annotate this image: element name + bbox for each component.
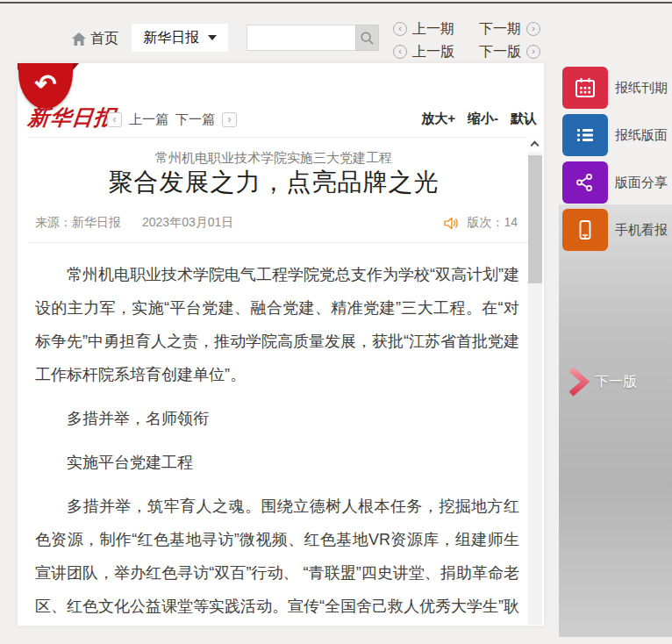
back-button[interactable]: ↶ <box>18 63 73 109</box>
search-button[interactable] <box>355 25 379 51</box>
text-zoom-controls: 放大+ 缩小- 默认 <box>421 111 537 127</box>
zoom-in-button[interactable]: 放大+ <box>421 111 455 127</box>
rail-background <box>559 204 672 637</box>
back-arrow-icon: ↶ <box>34 68 56 99</box>
next-page-label: 下一版 <box>595 373 637 391</box>
next-page-button[interactable]: 下一版 <box>567 367 637 397</box>
home-label: 首页 <box>90 30 118 48</box>
home-icon <box>72 32 86 46</box>
zoom-reset-button[interactable]: 默认 <box>511 111 537 127</box>
article-meta: 来源：新华日报 2023年03月01日 版次：14 <box>35 215 518 231</box>
chevron-up-icon <box>531 141 540 150</box>
article-date: 2023年03月01日 <box>142 215 233 231</box>
read-aloud-button[interactable] <box>443 216 460 231</box>
share-button[interactable] <box>562 161 608 204</box>
speaker-icon <box>443 216 460 231</box>
search-icon <box>360 31 375 46</box>
next-page-link[interactable]: 下一版 <box>479 43 521 61</box>
article-body: 常州机电职业技术学院电气工程学院党总支作为学校“双高计划”建设的主力军，实施“平… <box>35 258 519 626</box>
newspaper-logo: 新华日报 <box>26 104 117 132</box>
next-article-chevron-icon[interactable]: › <box>222 112 237 127</box>
ribbon-fold-left <box>18 63 18 70</box>
prev-issue-link[interactable]: 上一期 <box>412 20 454 39</box>
article-source: 来源：新华日报 <box>35 215 121 231</box>
article-kicker: 常州机电职业技术学院实施三大党建工程 <box>18 150 530 167</box>
prev-page-link[interactable]: 上一版 <box>412 43 454 61</box>
paper-select-dropdown[interactable]: 新华日报 <box>132 24 228 52</box>
sidebar-item-mobile[interactable]: 手机看报 <box>562 209 668 251</box>
meta-divider <box>28 242 535 243</box>
issue-navigation: ‹ 上一期 下一期 › ‹ 上一版 下一版 › <box>393 18 540 63</box>
article-title: 聚合发展之力，点亮品牌之光 <box>18 166 530 199</box>
sidebar-item-share[interactable]: 版面分享 <box>562 161 668 204</box>
search-area <box>247 25 379 51</box>
share-icon <box>573 170 597 195</box>
mobile-label: 手机看报 <box>615 222 668 239</box>
scrollbar-thumb[interactable] <box>528 155 542 283</box>
paper-select-value: 新华日报 <box>143 29 199 47</box>
pages-button[interactable] <box>562 114 608 156</box>
list-icon <box>573 123 597 147</box>
zoom-out-button[interactable]: 缩小- <box>468 111 498 127</box>
search-input[interactable] <box>247 25 355 51</box>
next-issue-link[interactable]: 下一期 <box>479 20 521 39</box>
article-paragraph: 常州机电职业技术学院电气工程学院党总支作为学校“双高计划”建设的主力军，实施“平… <box>35 258 519 391</box>
prev-article-link[interactable]: 上一篇 <box>129 111 168 128</box>
home-link[interactable]: 首页 <box>72 30 118 48</box>
next-article-link[interactable]: 下一篇 <box>175 111 215 128</box>
article-paragraph: 多措并举，名师领衔 <box>35 402 519 435</box>
pages-label: 报纸版面 <box>615 127 668 144</box>
header-divider <box>28 137 535 138</box>
issues-label: 报纸刊期 <box>615 80 668 97</box>
next-page-circle-icon[interactable]: › <box>526 45 540 59</box>
chevron-down-icon <box>208 35 217 40</box>
article-paragraph: 多措并举，筑牢育人之魂。围绕立德树人根本任务，挖掘地方红色资源，制作“红色基地寻… <box>35 490 519 626</box>
sidebar-item-issues[interactable]: 报纸刊期 <box>562 67 668 109</box>
next-issue-circle-icon[interactable]: › <box>526 22 540 36</box>
scrollbar-up-button[interactable] <box>528 135 542 153</box>
article-paragraph: 实施平台党建工程 <box>35 446 519 479</box>
article-panel: ↶ 新华日报 ‹ 上一篇 下一篇 › 放大+ 缩小- 默认 常州机电职业技术学院… <box>18 63 544 626</box>
ribbon-fold-right <box>73 63 79 70</box>
article-edition: 版次：14 <box>467 215 518 231</box>
phone-icon <box>573 218 597 242</box>
prev-issue-circle-icon[interactable]: ‹ <box>393 22 407 36</box>
mobile-button[interactable] <box>562 209 608 251</box>
calendar-icon <box>573 75 597 100</box>
article-navigation: ‹ 上一篇 下一篇 › <box>107 111 237 128</box>
share-label: 版面分享 <box>615 175 668 191</box>
scrollbar-track[interactable] <box>528 135 542 625</box>
top-divider-line <box>0 2 672 4</box>
prev-page-circle-icon[interactable]: ‹ <box>393 45 407 59</box>
next-page-arrow-icon <box>567 367 590 397</box>
prev-article-chevron-icon[interactable]: ‹ <box>107 112 122 127</box>
sidebar-item-pages[interactable]: 报纸版面 <box>562 114 668 156</box>
issues-button[interactable] <box>562 67 608 109</box>
